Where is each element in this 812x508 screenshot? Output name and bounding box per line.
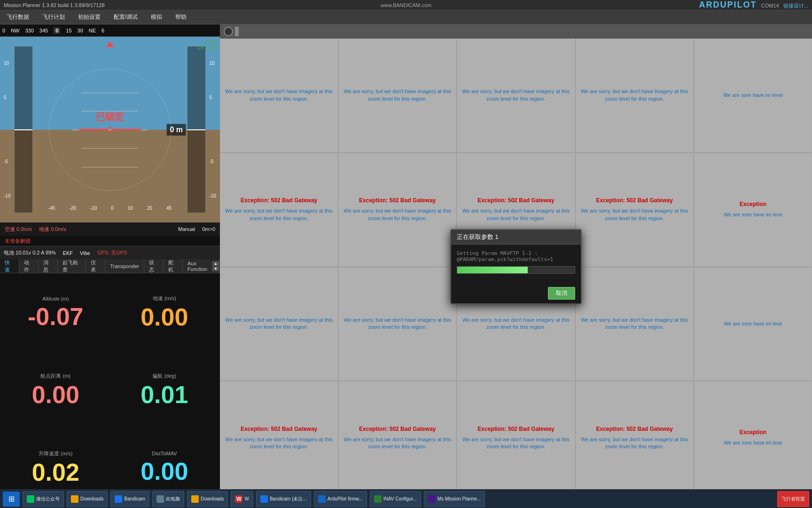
menu-help[interactable]: 帮助 [172,12,189,22]
main-layout: 0 NW 330 345 0 15 30 NE 6 10 5 [0,24,812,508]
mode-label: Manual [178,226,195,232]
tab-messages[interactable]: 消息 [39,259,58,273]
start-button[interactable]: ⊞ [3,492,20,507]
compass-zero: 0 [54,27,60,34]
tab-instruments[interactable]: 仪表 [86,259,105,273]
time-display: 19:11:48 [197,45,218,50]
taskbar-thispc[interactable]: 此电脑 [152,491,184,507]
gps-label: GPS: 无GPS [97,249,127,256]
tab-bar: 快速 动作 消息 起飞检查 仪表 Transponder 状态 舵机 Aux F… [0,259,220,273]
battery-bar: 电池 10.01v 0.2 A 99% EKF Vibe GPS: 无GPS [0,246,220,259]
ardupilot-label: ARDUPILOT COM14 链接设计... [607,0,808,10]
pilot-community-label: 飞行者联盟 [781,496,805,502]
app-title: Mission Planner 1.3.82 build 1.3.89/9/17… [4,2,205,8]
tab-transponder[interactable]: Transponder [105,259,144,273]
taskbar-downloads1[interactable]: Downloads [67,491,108,507]
unlock-text: 未准备解锁 [5,238,31,245]
menu-bar: 飞行数据 飞行计划 初始设置 配置/调试 模拟 帮助 [0,10,812,24]
taskbar-w[interactable]: W W [231,491,253,507]
weixin-label: 微信公众号 [36,496,60,502]
weixin-icon [27,495,34,503]
compass-mark-6: 6 [102,28,104,33]
dialog-content: Getting Param MAVFTP 1-1 : @PARAM/param.… [451,245,581,283]
heading-value: 0.01 [141,381,188,409]
downloads2-icon [191,495,199,503]
battery-info: 电池 10.01v 0.2 A 99% [4,249,56,256]
mp-icon [428,495,436,503]
scale-right: 10 5 -5 -10 [210,46,216,213]
compass-mark-ne: NE [89,28,96,33]
dialog-progress-fill [457,267,528,273]
downloads1-icon [71,495,78,503]
bandicam-label: Bandicam [124,496,145,501]
dialog-cancel-btn[interactable]: 取消 [548,287,575,300]
mode2-label: 0m>0 [202,226,215,232]
attitude-indicator: 10 5 -5 -10 10 5 -5 -10 [0,37,220,222]
bank-indicator [106,41,114,47]
menu-flight-plan[interactable]: 飞行计划 [39,12,68,22]
tab-status[interactable]: 状态 [144,259,164,273]
taskbar-weixin[interactable]: 微信公众号 [23,491,64,507]
tab-servos[interactable]: 舵机 [164,259,183,273]
compass-mark-330: 330 [25,28,33,33]
taskbar-bandicam[interactable]: Bandicam [110,491,149,507]
compass-bar: 0 NW 330 345 0 15 30 NE 6 [0,24,220,37]
menu-initial-setup[interactable]: 初始设置 [75,12,103,22]
taskbar-missionplanner[interactable]: Ms Mission Planne... [424,491,485,507]
downloads2-label: Downloads [201,496,224,501]
tab-quick[interactable]: 快速 [0,259,19,273]
scale-left: 10 5 -5 -10 [4,46,10,213]
groundspeed-label: 地速 0.0m/s [39,226,66,233]
menu-flight-data[interactable]: 飞行数据 [4,12,32,22]
waypoint-dist-label: 航点距离 (m) [40,373,70,380]
taskbar-inav[interactable]: INAV Configur... [370,491,421,507]
disttomav-label: DistToMAV [152,451,177,456]
map-header [220,24,812,39]
taskbar-ardupilot[interactable]: ArduPilot firmw... [314,491,367,507]
heading-cell: 偏航 (deg) 0.01 [111,353,218,429]
horizon-circle [49,69,171,191]
menu-config[interactable]: 配置/调试 [111,12,141,22]
tab-preflight[interactable]: 起飞检查 [58,259,86,273]
taskbar: ⊞ 微信公众号 Downloads Bandicam 此电脑 Downloads… [0,489,812,508]
compass-mark-30: 30 [78,28,83,33]
scroll-arrows[interactable]: ▲ ▼ [212,261,219,271]
dialog-box: 正在获取参数 1 Getting Param MAVFTP 1-1 : @PAR… [450,229,582,304]
compass-mark-nw: NW [11,28,19,33]
ardupilot-logo-text: ARDUPILOT [699,0,757,9]
ardupilot-fw-icon [318,495,326,503]
thispc-label: 此电脑 [166,496,180,502]
speed-tape [14,46,33,213]
climbrate-label: 升降速度 (m/s) [39,450,72,457]
taskbar-bandicam2[interactable]: Bandicam (未注... [256,491,311,507]
battery-pct: 100% [197,39,218,45]
compass-mark-0: 0 [2,28,5,33]
waypoint-dist-value: 0.00 [32,381,79,409]
taskbar-right: 飞行者联盟 [777,491,809,507]
groundspeed-cell-label: 地速 (m/s) [153,295,176,302]
taskbar-pilot-community[interactable]: 飞行者联盟 [777,491,809,507]
tab-actions[interactable]: 动作 [19,259,39,273]
w-icon: W [235,495,242,503]
waypoint-dist-cell: 航点距离 (m) 0.00 [2,353,109,429]
altitude-cell: Altitude (m) -0.07 [2,276,109,351]
dialog-param-text: Getting Param MAVFTP 1-1 : @PARAM/param.… [457,250,575,262]
map-scroll-indicator [235,27,239,36]
left-panel: 0 NW 330 345 0 15 30 NE 6 10 5 [0,24,220,508]
altitude-label: Altitude (m) [42,296,69,302]
scroll-down[interactable]: ▼ [212,266,219,271]
altitude-value: -0.07 [28,302,84,331]
taskbar-downloads2[interactable]: Downloads [187,491,228,507]
menu-sim[interactable]: 模拟 [148,12,165,22]
groundspeed-value: 0.00 [141,303,188,331]
ekf-label: EKF [63,250,73,256]
alt-zero-line [187,129,205,130]
bottom-info-bar: 空速 0.0m/s 地速 0.0m/s Manual 0m>0 [0,222,220,236]
title-bar: Mission Planner 1.3.82 build 1.3.89/9/17… [0,0,812,10]
scroll-up[interactable]: ▲ [212,261,219,266]
map-pan-icon[interactable] [224,27,233,36]
connect-btn[interactable]: 链接设计... [783,3,808,8]
dialog-progress-bar [457,266,575,274]
vibe-label: Vibe [80,250,90,256]
right-panel: We are sorry, but we don't have imagery … [220,24,812,508]
